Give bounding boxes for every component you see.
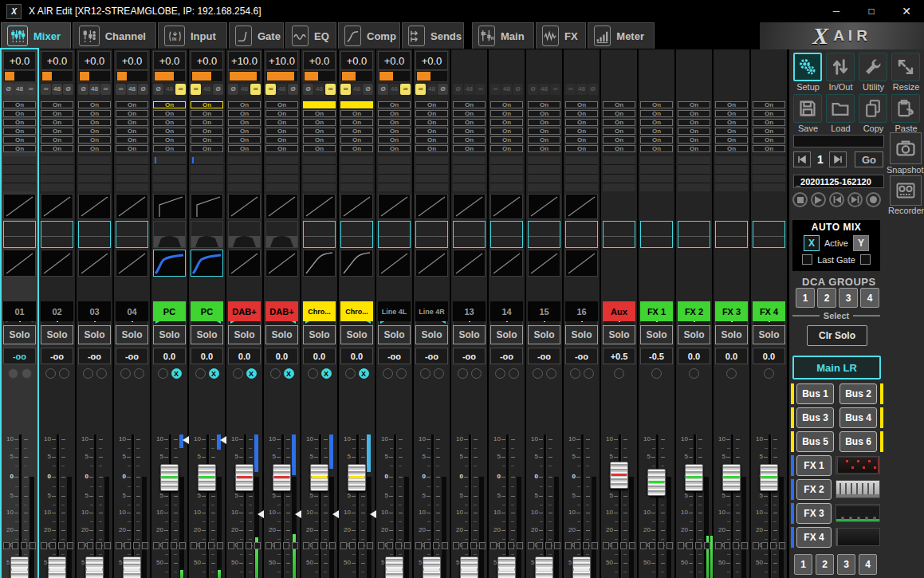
send-on-button-3[interactable]: On (753, 119, 785, 126)
send-on-button-5[interactable]: On (378, 136, 411, 144)
comp-curve[interactable] (3, 250, 36, 277)
comp-curve[interactable] (490, 250, 523, 277)
send-on-button-3[interactable]: On (228, 119, 261, 126)
send-on-button-2[interactable]: On (565, 110, 598, 117)
gate-curve[interactable] (528, 194, 560, 219)
fx-send-row[interactable] (265, 175, 298, 183)
stereo-link-icon[interactable]: ∞ (265, 84, 276, 95)
comp-curve[interactable] (378, 250, 411, 277)
send-on-button-1[interactable]: On (153, 101, 186, 108)
polarity-icon[interactable]: Ø (288, 84, 298, 95)
send-on-button-1[interactable]: On (565, 101, 598, 108)
snapshot-next-button[interactable] (829, 151, 847, 167)
gain-knob-indicator[interactable] (303, 70, 336, 82)
send-on-button-2[interactable]: On (490, 110, 523, 117)
send-on-button-4[interactable]: On (78, 128, 111, 135)
tab-meter[interactable]: Meter (588, 22, 655, 49)
comp-curve[interactable] (153, 250, 186, 277)
phantom-48v-icon[interactable]: 48 (539, 84, 549, 95)
solo-button[interactable]: Solo (453, 325, 486, 344)
send-on-button-1[interactable]: On (378, 101, 411, 108)
solo-button[interactable]: Solo (603, 325, 635, 344)
send-on-button-5[interactable]: On (640, 136, 673, 144)
send-on-button-4[interactable]: On (228, 128, 261, 135)
dca-group-3-button[interactable]: 3 (839, 288, 858, 308)
polarity-icon[interactable]: Ø (453, 84, 463, 95)
channel-name[interactable]: FX 4 (753, 301, 785, 321)
fx-3-return-button[interactable]: FX 3 (796, 503, 832, 524)
fx-send-row[interactable] (753, 165, 785, 173)
send-on-button-5[interactable]: On (41, 136, 73, 144)
fx-send-row[interactable] (303, 156, 336, 164)
send-on-button-4[interactable]: On (715, 128, 748, 135)
stereo-link-icon[interactable]: ∞ (340, 84, 351, 95)
send-on-button-1[interactable]: On (715, 101, 748, 108)
fx-send-row[interactable] (78, 183, 111, 191)
load-button[interactable]: Load (826, 94, 855, 133)
tab-input[interactable]: INInput (158, 22, 227, 49)
gate-curve[interactable] (228, 194, 261, 219)
send-on-button-5[interactable]: On (528, 136, 560, 144)
fx-send-row[interactable] (228, 175, 261, 183)
comp-curve[interactable] (565, 250, 598, 277)
mute-group-1-button[interactable]: 1 (794, 554, 812, 575)
eq-curve[interactable] (528, 221, 560, 248)
polarity-icon[interactable]: Ø (78, 84, 88, 95)
gate-curve[interactable] (191, 194, 223, 219)
channel-name[interactable]: FX 2 (678, 301, 710, 321)
dca-group-2-button[interactable]: 2 (817, 288, 836, 308)
send-on-button-4[interactable]: On (678, 128, 710, 135)
fx-send-row[interactable] (340, 156, 373, 164)
gate-curve[interactable] (565, 194, 598, 219)
gate-curve[interactable] (340, 194, 373, 219)
send-on-button-1[interactable]: On (603, 101, 635, 108)
fx-send-row[interactable] (41, 165, 73, 173)
comp-curve[interactable] (453, 250, 486, 277)
send-on-button-3[interactable]: On (303, 119, 336, 126)
eq-curve[interactable] (303, 221, 336, 248)
fader-knob[interactable] (48, 556, 66, 578)
tab-eq[interactable]: EQ (285, 22, 336, 49)
tab-channel[interactable]: Channel (73, 22, 156, 49)
fx-send-row[interactable] (640, 165, 673, 173)
mute-group-2-button[interactable]: 2 (816, 554, 834, 575)
send-on-button-2[interactable]: On (3, 110, 36, 117)
polarity-icon[interactable]: Ø (588, 84, 598, 95)
fader-knob[interactable] (123, 556, 141, 578)
gain-knob-indicator[interactable] (3, 70, 36, 82)
solo-button[interactable]: Solo (715, 325, 748, 344)
gate-curve[interactable] (303, 194, 336, 219)
gain-knob-indicator[interactable] (191, 70, 223, 82)
fx-send-row[interactable] (415, 183, 448, 191)
send-on-button-2[interactable]: On (528, 110, 560, 117)
phantom-48v-icon[interactable]: 48 (277, 84, 287, 95)
fx-send-row[interactable] (265, 156, 298, 164)
bus-2-button[interactable]: Bus 2 (839, 383, 877, 404)
recorder-button[interactable] (890, 175, 922, 206)
send-on-button-5[interactable]: On (116, 136, 148, 144)
solo-button[interactable]: Solo (153, 325, 186, 344)
solo-button[interactable]: Solo (3, 325, 36, 344)
send-on-button-1[interactable]: On (415, 101, 448, 108)
stereo-link-icon[interactable]: ∞ (175, 84, 186, 95)
stereo-link-icon[interactable]: ∞ (565, 84, 576, 95)
tab-comp[interactable]: Comp (338, 22, 400, 49)
stereo-link-icon[interactable]: ∞ (100, 84, 111, 95)
send-on-button-4[interactable]: On (378, 128, 411, 135)
send-on-button-2[interactable]: On (453, 110, 486, 117)
gain-knob-indicator[interactable] (265, 70, 298, 82)
send-on-button-1[interactable]: On (640, 101, 673, 108)
fx-send-row[interactable] (453, 156, 486, 164)
snapshot-go-button[interactable]: Go (855, 151, 883, 167)
fx-send-row[interactable] (228, 156, 261, 164)
fader-knob[interactable] (722, 464, 741, 491)
send-on-button-1[interactable]: On (3, 101, 36, 108)
eq-curve[interactable] (153, 221, 186, 248)
send-on-button-5[interactable]: On (715, 136, 748, 144)
fader-track[interactable] (169, 434, 172, 578)
send-on-button-6[interactable]: On (303, 145, 336, 152)
bus-6-button[interactable]: Bus 6 (839, 431, 877, 452)
eq-curve[interactable] (3, 221, 36, 248)
send-on-button-2[interactable]: On (78, 110, 111, 117)
tab-mixer[interactable]: Mixer (1, 22, 71, 49)
